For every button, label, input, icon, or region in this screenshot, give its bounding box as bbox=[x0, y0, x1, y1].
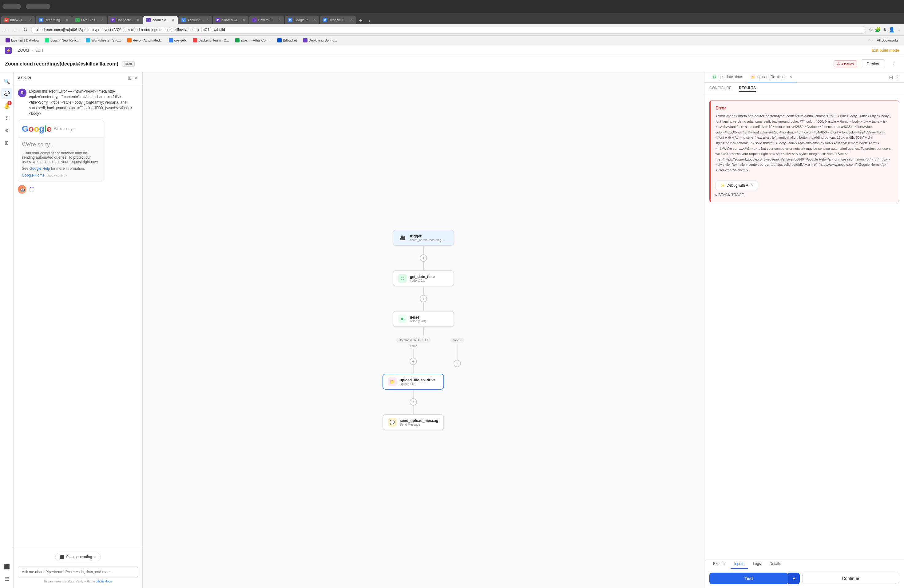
get-date-time-node[interactable]: ⬡ get_date_time nodejs20.x bbox=[393, 270, 454, 286]
main-header: Zoom cloud recordings(deepak@skillovilla… bbox=[0, 56, 904, 72]
ai-loading: 🤖 bbox=[18, 185, 138, 194]
send-message-node[interactable]: 💬 send_upload_message Send Message bbox=[382, 414, 444, 430]
connector-5 bbox=[423, 327, 424, 335]
ai-input-area[interactable]: ⬛ Stop generating ↩ Pi can make mistakes… bbox=[14, 547, 142, 588]
add-step-2[interactable]: + bbox=[420, 295, 427, 302]
bookmarks-bar: Live Tail | DatadogLogs < New Relic...Wo… bbox=[0, 36, 904, 45]
results-area: Error <html><head><meta http-equiv="cont… bbox=[705, 95, 904, 559]
settings-icon[interactable]: ⋮ bbox=[897, 27, 902, 33]
tab-recording[interactable]: D Recording... ✕ bbox=[36, 16, 72, 24]
tab-account[interactable]: Z Account ... ✕ bbox=[179, 16, 212, 24]
debug-ai-help-icon[interactable]: ? bbox=[751, 183, 753, 188]
address-input[interactable] bbox=[31, 26, 866, 33]
user-message-text: Explain this error: Error — <html><head>… bbox=[29, 89, 138, 116]
bookmark-worksheets[interactable]: Worksheets - Sno... bbox=[83, 38, 123, 43]
test-button[interactable]: Test bbox=[710, 573, 788, 584]
bookmark-atlas—atla[interactable]: atlas — Atlas Com... bbox=[233, 38, 274, 43]
add-step-4[interactable]: + bbox=[409, 398, 417, 406]
google-home-link[interactable]: Google Home bbox=[22, 173, 44, 177]
new-tab-button[interactable]: + bbox=[357, 17, 365, 24]
tab-liveclass[interactable]: L Live Clas... ✕ bbox=[72, 16, 107, 24]
exit-build-mode-button[interactable]: Exit build mode bbox=[872, 48, 899, 52]
bookmark-livetail|d[interactable]: Live Tail | Datadog bbox=[3, 38, 41, 43]
branch-cond-label: cond... bbox=[450, 338, 464, 343]
bottom-tabs: Exports Inputs Logs Details bbox=[705, 559, 904, 569]
upload-tab-close[interactable]: ✕ bbox=[789, 75, 792, 79]
trigger-node[interactable]: 🎥 trigger zoom_admin-recording-... bbox=[393, 230, 454, 246]
workflow-canvas[interactable]: 🎥 trigger zoom_admin-recording-... + ⬡ g… bbox=[143, 72, 704, 588]
ai-panel-close-icon[interactable]: ✕ bbox=[134, 75, 138, 81]
ai-panel-expand-icon[interactable]: ⊞ bbox=[128, 75, 131, 81]
bookmark-deployings[interactable]: Deploying Spring... bbox=[301, 38, 340, 43]
bookmark-icon[interactable]: ☆ bbox=[869, 27, 873, 33]
error-block: Error <html><head><meta http-equiv="cont… bbox=[710, 100, 899, 202]
extensions-icon[interactable]: 🧩 bbox=[875, 27, 881, 33]
reload-button[interactable]: ↻ bbox=[22, 25, 28, 34]
more-bookmarks-button[interactable]: » bbox=[868, 38, 873, 43]
upload-file-node[interactable]: 📁 upload_file_to_drive Upload File bbox=[382, 374, 444, 390]
tab-upload-file[interactable]: 📁 upload_file_to_d... ✕ bbox=[747, 72, 796, 82]
if-badge: IF bbox=[400, 317, 406, 321]
issues-badge[interactable]: ⚠ 4 issues bbox=[834, 60, 857, 67]
continue-button[interactable]: Continue bbox=[802, 573, 899, 584]
tab-howtof[interactable]: P How to Fi... ✕ bbox=[249, 16, 284, 24]
send-message-icon: 💬 bbox=[388, 418, 397, 427]
download-icon[interactable]: ⬇ bbox=[883, 27, 887, 33]
sidebar-terminal-icon[interactable]: ⬛ bbox=[1, 561, 12, 572]
panel-more-icon[interactable]: ⋮ bbox=[895, 74, 900, 80]
breadcrumb-zoom[interactable]: ZOOM bbox=[18, 48, 29, 52]
google-error-card: Google We're sorry... We're sorry... ...… bbox=[18, 120, 104, 182]
sidebar-alert-icon[interactable]: 🔔 4 bbox=[1, 100, 12, 111]
official-docs-link[interactable]: official docs bbox=[96, 580, 112, 583]
tab-googlep[interactable]: G Google P... ✕ bbox=[285, 16, 319, 24]
stop-generating-button[interactable]: ⬛ Stop generating ↩ bbox=[55, 553, 101, 561]
bookmark-logs<newre[interactable]: Logs < New Relic... bbox=[43, 38, 82, 43]
ai-input-field[interactable] bbox=[18, 566, 138, 578]
sidebar-history-icon[interactable]: ⏱ bbox=[1, 112, 12, 123]
sidebar-search-icon[interactable]: 🔍 bbox=[1, 76, 12, 87]
sidebar-chat-icon[interactable]: 💬 bbox=[1, 88, 12, 99]
debug-ai-icon: ✨ bbox=[720, 183, 725, 188]
tab-connected[interactable]: P Connecte... ✕ bbox=[107, 16, 143, 24]
ifelse-node[interactable]: IF ifelse ifelse (start) bbox=[393, 311, 454, 327]
google-card-body: We're sorry... ... but your computer or … bbox=[18, 138, 104, 181]
sidebar-grid-icon[interactable]: ⊞ bbox=[1, 137, 12, 148]
upload-node-sub: Upload File bbox=[400, 382, 438, 386]
exports-tab[interactable]: Exports bbox=[710, 559, 729, 569]
bookmark-hevo-autom[interactable]: Hevo - Automated... bbox=[125, 38, 165, 43]
forward-button[interactable]: → bbox=[12, 26, 20, 34]
sidebar-settings-icon[interactable]: ⚙ bbox=[1, 125, 12, 136]
test-dropdown-button[interactable]: ▼ bbox=[788, 573, 800, 584]
tab-get-date-time[interactable]: ⬡ get_date_time bbox=[708, 72, 746, 82]
back-button[interactable]: ← bbox=[2, 26, 10, 34]
add-step-3[interactable]: + bbox=[409, 358, 417, 365]
error-title: Error bbox=[716, 106, 894, 111]
tab-inbox[interactable]: M Inbox (1,... ✕ bbox=[1, 16, 35, 24]
profile-icon[interactable]: 👤 bbox=[889, 27, 895, 33]
tab-resolvec[interactable]: G Resolve C... ✕ bbox=[320, 16, 356, 24]
upload-node-icon: 📁 bbox=[388, 377, 397, 386]
google-help-link[interactable]: Google Help bbox=[30, 166, 50, 171]
connector-cond bbox=[457, 345, 458, 360]
details-tab[interactable]: Details bbox=[766, 559, 784, 569]
stack-trace-toggle[interactable]: ▸ STACK TRACE bbox=[716, 193, 894, 197]
tab-zoomcloud[interactable]: P Zoom clo... ✕ bbox=[143, 16, 178, 24]
branch-format: _format_is_NOT_VTT 1 rule + 📁 upload_fil… bbox=[382, 338, 444, 430]
sidebar-bottom-icon[interactable]: ☰ bbox=[1, 573, 12, 584]
debug-with-ai-button[interactable]: ✨ Debug with AI ? bbox=[716, 180, 758, 190]
configure-tab[interactable]: CONFIGURE bbox=[710, 86, 732, 92]
bookmark-bitbucket[interactable]: Bitbucket bbox=[275, 38, 299, 43]
more-tabs-button[interactable]: ⋮ bbox=[367, 19, 371, 24]
inputs-tab[interactable]: Inputs bbox=[730, 559, 748, 569]
bookmark-backendtea[interactable]: Backend Team - C... bbox=[190, 38, 231, 43]
tab-sharedwi[interactable]: P Shared wi... ✕ bbox=[213, 16, 248, 24]
more-options-button[interactable]: ⋮ bbox=[889, 59, 899, 69]
results-tab[interactable]: RESULTS bbox=[739, 86, 756, 92]
bookmark-greythr[interactable]: greytHR bbox=[166, 38, 189, 43]
all-bookmarks-link[interactable]: All Bookmarks bbox=[874, 38, 901, 43]
user-avatar: R bbox=[18, 89, 27, 97]
panel-columns-icon[interactable]: ⊞ bbox=[889, 74, 893, 80]
add-step-1[interactable]: + bbox=[420, 254, 427, 262]
logs-tab[interactable]: Logs bbox=[749, 559, 764, 569]
deploy-button[interactable]: Deploy bbox=[861, 59, 885, 68]
